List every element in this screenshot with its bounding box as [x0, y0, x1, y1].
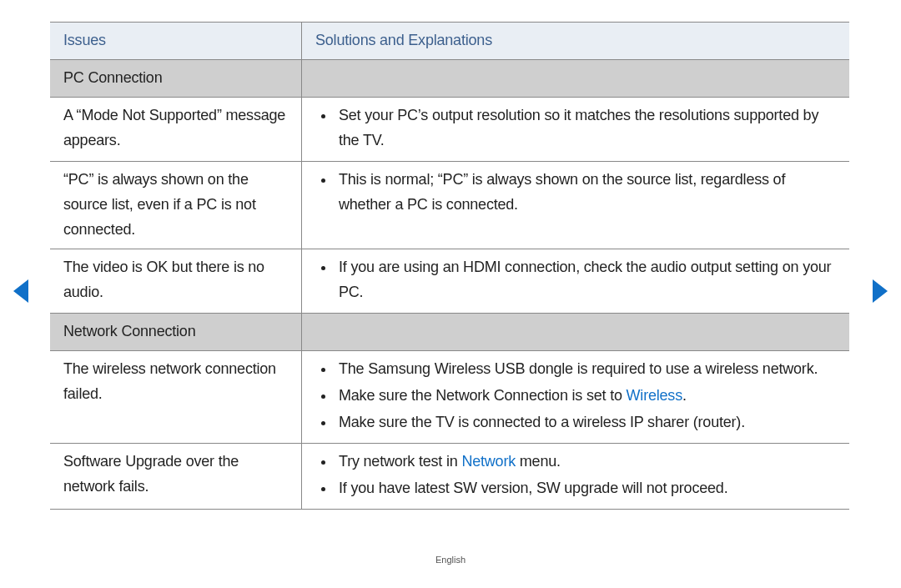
solution-item: Make sure the TV is connected to a wirel…: [335, 410, 839, 435]
table-header-row: Issues Solutions and Explanations: [50, 23, 849, 60]
header-issues: Issues: [50, 23, 302, 59]
solution-item: This is normal; “PC” is always shown on …: [335, 167, 839, 217]
issue-text: Software Upgrade over the network fails.: [50, 444, 302, 509]
solution-text-part: .: [682, 387, 687, 404]
section-title: Network Connection: [50, 314, 302, 350]
highlight-wireless: Wireless: [627, 387, 682, 404]
solution-text-part: Try network test in: [339, 453, 461, 470]
solution-cell: Try network test in Network menu. If you…: [302, 444, 849, 509]
section-right-blank: [302, 314, 849, 350]
highlight-network: Network: [461, 453, 516, 470]
issue-text: The wireless network connection failed.: [50, 351, 302, 443]
solution-cell: This is normal; “PC” is always shown on …: [302, 162, 849, 249]
solution-cell: Set your PC’s output resolution so it ma…: [302, 98, 849, 161]
solution-item: Make sure the Network Connection is set …: [335, 383, 839, 408]
solution-item: Try network test in Network menu.: [335, 449, 839, 474]
solution-item: If you have latest SW version, SW upgrad…: [335, 475, 839, 500]
solution-text-part: Make sure the Network Connection is set …: [339, 387, 627, 404]
table-row: A “Mode Not Supported” message appears. …: [50, 98, 849, 162]
header-solutions: Solutions and Explanations: [302, 23, 849, 59]
page: Issues Solutions and Explanations PC Con…: [0, 0, 901, 588]
table-row: “PC” is always shown on the source list,…: [50, 162, 849, 249]
solution-item: The Samsung Wireless USB dongle is requi…: [335, 356, 839, 381]
solution-cell: The Samsung Wireless USB dongle is requi…: [302, 351, 849, 443]
issue-text: “PC” is always shown on the source list,…: [50, 162, 302, 249]
nav-next-icon[interactable]: [873, 279, 888, 303]
section-right-blank: [302, 60, 849, 97]
footer-language: English: [0, 555, 901, 565]
nav-prev-icon[interactable]: [13, 279, 28, 303]
section-title: PC Connection: [50, 60, 302, 97]
solution-item: If you are using an HDMI connection, che…: [335, 254, 839, 304]
solution-cell: If you are using an HDMI connection, che…: [302, 249, 849, 313]
solution-item: Set your PC’s output resolution so it ma…: [335, 103, 839, 153]
issue-text: A “Mode Not Supported” message appears.: [50, 98, 302, 161]
section-network-connection: Network Connection: [50, 314, 849, 351]
solution-text-part: menu.: [516, 453, 561, 470]
table-row: Software Upgrade over the network fails.…: [50, 444, 849, 510]
table-row: The wireless network connection failed. …: [50, 351, 849, 444]
troubleshooting-table: Issues Solutions and Explanations PC Con…: [50, 22, 849, 510]
issue-text: The video is OK but there is no audio.: [50, 249, 302, 313]
section-pc-connection: PC Connection: [50, 60, 849, 98]
table-row: The video is OK but there is no audio. I…: [50, 249, 849, 314]
